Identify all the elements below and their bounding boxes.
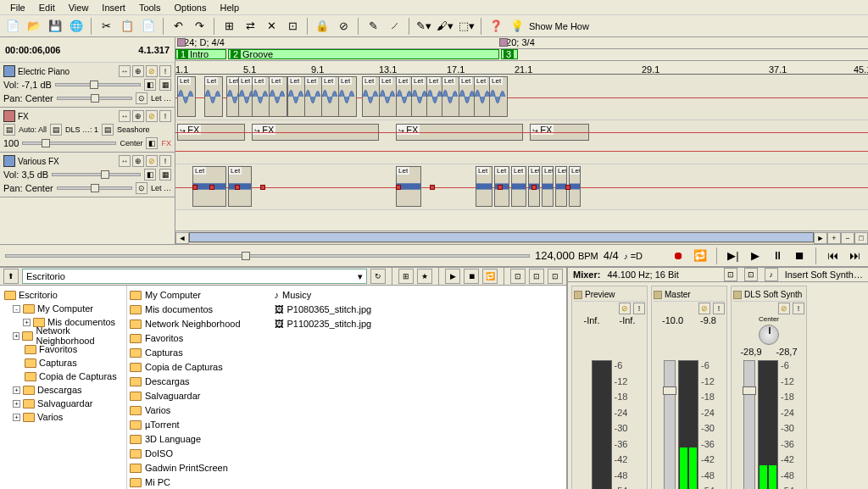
erase-tool[interactable]: ⬚▾	[457, 17, 476, 36]
file-list[interactable]: My ComputerMis documentosNetwork Neighbo…	[127, 286, 566, 489]
pan-slider[interactable]	[57, 97, 132, 100]
tree-toggle[interactable]: +	[13, 400, 20, 408]
publish-button[interactable]: 🌐	[67, 17, 86, 36]
folder-tree[interactable]: Escritorio -My Computer+Mis documentos+N…	[0, 286, 127, 489]
envelope-node[interactable]	[531, 185, 537, 190]
tree-toggle[interactable]: +	[23, 319, 31, 326]
channel-title[interactable]: DLS Soft Synth	[733, 288, 804, 302]
solo-button[interactable]: !	[159, 155, 171, 167]
region-groove[interactable]: 2Groove	[228, 49, 499, 59]
fx-button[interactable]: ▦	[159, 169, 171, 181]
envelope-tool[interactable]: ⟋	[385, 17, 403, 36]
key-root[interactable]: ♪ =D	[624, 251, 643, 261]
tree-toggle[interactable]: +	[13, 332, 19, 340]
track-name[interactable]: Electric Piano	[18, 67, 116, 76]
menu-view[interactable]: View	[62, 2, 96, 13]
opt2-button[interactable]: ⊡	[529, 269, 544, 284]
max-icon[interactable]: ⊕	[132, 110, 144, 122]
list-item[interactable]: Mis documentos	[130, 303, 241, 316]
tree-item[interactable]: +Descargas	[3, 383, 124, 397]
zoom-in-button[interactable]: +	[827, 232, 841, 244]
track-name[interactable]: FX	[18, 112, 116, 121]
dls-button[interactable]: ▤	[50, 124, 62, 136]
channel-title[interactable]: Master	[654, 288, 725, 302]
zoom-out-button[interactable]: −	[841, 232, 854, 244]
quantize-button[interactable]: ⊡	[283, 17, 302, 36]
solo-button[interactable]: !	[159, 65, 171, 77]
bus-label[interactable]: Let …	[151, 184, 171, 192]
marker-flag[interactable]	[177, 38, 186, 47]
min-icon[interactable]: ↔	[119, 110, 131, 122]
track-lane-1[interactable]: LetLetLetLetLetLetLetLetLetLetLetLetLetL…	[175, 75, 868, 120]
open-button[interactable]: 📂	[25, 17, 43, 36]
envelope-node[interactable]	[235, 185, 240, 190]
ignore-button[interactable]: ⊘	[334, 17, 353, 36]
track-header-2[interactable]: FX ↔ ⊕ ⊘ ! ▤ Auto: All ▤ DLS …: 1 ▤ Seas…	[0, 108, 175, 153]
preview-stop-button[interactable]: ⏹	[464, 269, 479, 284]
auto-preview-button[interactable]: 🔁	[482, 269, 498, 284]
audio-clip[interactable]: Let	[321, 76, 340, 117]
menu-insert[interactable]: Insert	[95, 2, 132, 13]
pause-button[interactable]: ⏸	[769, 247, 786, 264]
audio-clip[interactable]: Let	[177, 76, 196, 117]
lock-button[interactable]: 🔒	[313, 17, 331, 36]
list-item[interactable]: 🖼P1100235_stitch.jpg	[275, 317, 372, 331]
tree-item[interactable]: +Salvaguardar	[3, 397, 124, 410]
mute-button[interactable]: ⊘	[619, 303, 631, 314]
list-item[interactable]: Descargas	[130, 375, 241, 388]
mute-button[interactable]: ⊘	[146, 110, 158, 122]
mute-button[interactable]: ⊘	[146, 155, 158, 167]
audio-clip[interactable]: Let	[511, 166, 526, 207]
copy-button[interactable]: 📋	[118, 17, 136, 36]
phase-button[interactable]: ◧	[146, 137, 158, 149]
help-icon[interactable]: 💡	[508, 17, 526, 36]
cut-button[interactable]: ✂	[97, 17, 115, 36]
audio-clip[interactable]: Let	[379, 76, 398, 117]
tree-item[interactable]: +Network Neighborhood	[3, 329, 124, 342]
menu-options[interactable]: Options	[168, 2, 214, 13]
refresh-button[interactable]: ↻	[370, 269, 386, 284]
pan-slider[interactable]	[57, 186, 132, 190]
menu-tools[interactable]: Tools	[132, 2, 168, 13]
tree-toggle[interactable]: -	[13, 305, 20, 313]
list-item[interactable]: Capturas	[130, 346, 241, 359]
tree-toggle[interactable]: +	[13, 386, 20, 394]
automation-button[interactable]: ◧	[144, 169, 156, 181]
scroll-left-button[interactable]: ◄	[175, 232, 189, 244]
list-item[interactable]: µTorrent	[130, 418, 241, 431]
scroll-track[interactable]	[189, 232, 814, 244]
audio-clip[interactable]: Let	[338, 76, 357, 117]
list-item[interactable]: Favoritos	[130, 331, 241, 345]
tree-toggle[interactable]: +	[13, 414, 20, 421]
list-item[interactable]: Mi PC	[130, 475, 241, 489]
bus-label[interactable]: Let …	[151, 94, 171, 103]
insert-synth-label[interactable]: Insert Soft Synth…	[785, 270, 863, 280]
audio-clip[interactable]: Let	[228, 166, 252, 207]
track-lane-3[interactable]: LetLetLetLetLetLetLetLetLetLet	[175, 164, 868, 210]
marker-bar[interactable]: 124; D; 4/4 120; 3/4	[175, 37, 868, 49]
stop-button[interactable]: ⏹	[791, 247, 808, 264]
pan-knob[interactable]	[759, 325, 779, 345]
insert-synth-button[interactable]: ♪	[765, 268, 778, 281]
envelope-node[interactable]	[192, 185, 198, 190]
fader[interactable]	[743, 360, 755, 489]
menu-file[interactable]: File	[3, 2, 32, 13]
play-start-button[interactable]: ▶|	[725, 247, 742, 264]
opt1-button[interactable]: ⊡	[510, 269, 526, 284]
automation-button[interactable]: ◧	[144, 79, 156, 91]
loop-button[interactable]: 🔁	[692, 247, 709, 264]
fader[interactable]	[664, 360, 676, 489]
solo-button[interactable]: !	[633, 303, 645, 314]
tree-item[interactable]: Copia de Capturas	[3, 370, 124, 383]
audio-clip[interactable]: Let	[304, 76, 323, 117]
fx-button[interactable]: ▦	[159, 79, 171, 91]
max-icon[interactable]: ⊕	[132, 155, 144, 167]
audio-clip[interactable]: Let	[269, 76, 287, 117]
audio-clip[interactable]: Let	[476, 166, 492, 207]
volume-slider[interactable]	[52, 173, 141, 176]
show-me-how-link[interactable]: Show Me How	[529, 21, 589, 31]
location-combo[interactable]: Escritorio▾	[22, 269, 367, 284]
envelope-node[interactable]	[260, 185, 265, 190]
tree-item[interactable]: Capturas	[3, 356, 124, 370]
audio-clip[interactable]: Let	[542, 166, 554, 207]
